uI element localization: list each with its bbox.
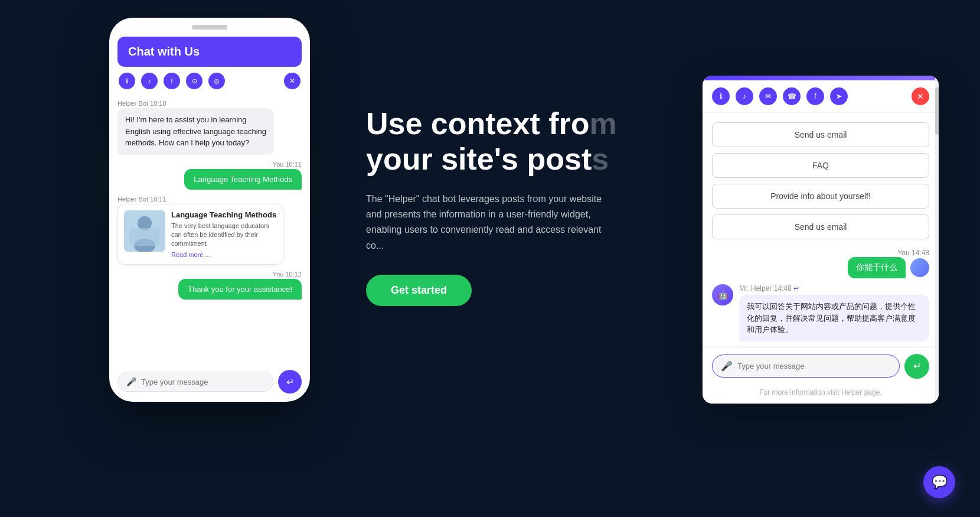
facebook-icon: f [171, 77, 172, 84]
send-icon: ↵ [286, 376, 294, 388]
phone-icon-map[interactable]: ◎ [208, 73, 225, 89]
main-description: The "Helper" chat bot leverages posts fr… [366, 191, 614, 254]
widget-input-area: 🎤 ↵ [703, 347, 939, 385]
widget-user-group: You 14:48 你能干什么 [848, 249, 929, 278]
bot-message-2-group: Helper Bot 10:11 Language Teaching Metho… [117, 196, 302, 265]
phone-input-wrap: 🎤 [117, 372, 273, 392]
widget-facebook-icon: f [814, 92, 816, 100]
chat-card-title: Language Teaching Methods [171, 210, 277, 219]
widget-input-wrap: 🎤 [712, 355, 900, 378]
phone-close-btn[interactable]: ✕ [284, 73, 300, 89]
heading-line-1: Use context from [366, 106, 673, 142]
scrollbar-thumb[interactable] [935, 87, 939, 135]
user-message-1-group: You 10:11 Language Teaching Methods [184, 161, 302, 190]
get-started-button[interactable]: Get started [366, 275, 472, 306]
bot-label-2: Helper Bot 10:11 [117, 196, 302, 203]
widget-icon-facebook[interactable]: f [806, 87, 824, 105]
user-bubble-1: Language Teaching Methods [184, 169, 302, 190]
widget-menu-info[interactable]: Provide info about yourself! [712, 184, 929, 209]
widget-top-bar [703, 76, 939, 80]
widget-menu-faq[interactable]: FAQ [712, 153, 929, 178]
widget-user-bubble: 你能干什么 [848, 257, 906, 278]
widget-icon-email[interactable]: ✉ [759, 87, 777, 105]
widget-menu-area: Send us email FAQ Provide info about you… [703, 113, 939, 249]
widget-message-input[interactable] [737, 362, 891, 370]
floating-chat-fab[interactable]: 💬 [923, 466, 955, 498]
phone-chat-area: Helper Bot 10:10 Hi! I'm here to assist … [109, 95, 310, 364]
widget-icon-info[interactable]: ℹ [712, 87, 730, 105]
user-label-1: You 10:11 [184, 161, 302, 168]
widget-phone-icon: ☎ [788, 92, 796, 100]
widget-info-icon: ℹ [720, 92, 723, 100]
widget-telegram-icon: ➤ [836, 92, 842, 100]
widget-email-icon: ✉ [765, 92, 771, 100]
widget-mic-input-icon: 🎤 [721, 360, 733, 372]
scrollbar-track [935, 76, 939, 404]
phone-chat-title: Chat with Us [128, 45, 200, 58]
info-icon: ℹ [126, 77, 128, 85]
phone-send-button[interactable]: ↵ [278, 370, 302, 394]
svg-rect-3 [130, 228, 159, 246]
phone-mic-input-icon: 🎤 [126, 377, 136, 386]
phone-message-input[interactable] [141, 378, 264, 386]
widget-chat-section: You 14:48 你能干什么 🤖 Mr. Helper 14:48 ↩ 我可以… [703, 249, 939, 347]
close-icon: ✕ [289, 77, 295, 85]
widget-icon-telegram[interactable]: ➤ [830, 87, 848, 105]
bot-bubble-1: Hi! I'm here to assist you in learning E… [117, 108, 274, 155]
user-bubble-2: Thank you for your assistance! [178, 279, 302, 300]
heading-line-2: your site's posts [366, 142, 673, 177]
phone-icons-row: ℹ ♪ f ⊙ ◎ ✕ [109, 67, 310, 95]
widget-you-label: You 14:48 [848, 249, 929, 257]
phone-notch [192, 25, 227, 30]
camera-icon: ⊙ [192, 77, 197, 85]
widget-footer-text: For more information visit Helper page. [703, 385, 939, 404]
phone-mockup: Chat with Us ℹ ♪ f ⊙ ◎ ✕ Helper Bot 10:1… [109, 18, 310, 402]
chat-card-read-more[interactable]: Read more ... [171, 251, 277, 258]
widget-bot-label: Mr. Helper 14:48 ↩ [739, 284, 929, 292]
widget-send-icon: ↵ [913, 360, 921, 372]
widget-icon-mic[interactable]: ♪ [736, 87, 753, 105]
widget-icon-phone[interactable]: ☎ [783, 87, 801, 105]
phone-icon-mic[interactable]: ♪ [141, 73, 158, 89]
widget-bot-avatar: 🤖 [712, 284, 733, 305]
widget-close-btn[interactable]: ✕ [912, 87, 929, 105]
center-content: Use context from your site's posts The "… [366, 106, 673, 306]
widget-mic-icon: ♪ [743, 92, 746, 100]
widget-user-avatar [910, 258, 929, 277]
bot-message-1-group: Helper Bot 10:10 Hi! I'm here to assist … [117, 100, 302, 155]
user-message-2-group: You 10:12 Thank you for your assistance! [178, 271, 302, 300]
main-heading: Use context from your site's posts [366, 106, 673, 177]
phone-icon-camera[interactable]: ⊙ [186, 73, 202, 89]
phone-chat-header: Chat with Us [117, 37, 302, 67]
widget-close-icon: ✕ [917, 92, 924, 101]
map-icon: ◎ [214, 77, 220, 85]
chat-card-image [124, 210, 165, 252]
chat-card-content: Language Teaching Methods The very best … [171, 210, 277, 258]
fab-chat-icon: 💬 [932, 474, 948, 490]
widget-bot-group: 🤖 Mr. Helper 14:48 ↩ 我可以回答关于网站内容或产品的问题，提… [712, 284, 929, 342]
widget-menu-email-1[interactable]: Send us email [712, 122, 929, 147]
user-label-2: You 10:12 [178, 271, 302, 278]
chat-card: Language Teaching Methods The very best … [117, 204, 283, 265]
chat-card-text: The very best language educators can oft… [171, 222, 277, 249]
widget-icons-row: ℹ ♪ ✉ ☎ f ➤ ✕ [703, 80, 939, 113]
widget-menu-email-2[interactable]: Send us email [712, 214, 929, 239]
phone-input-area: 🎤 ↵ [109, 364, 310, 402]
bot-label-1: Helper Bot 10:10 [117, 100, 302, 107]
phone-icon-info[interactable]: ℹ [119, 73, 135, 89]
widget-bot-bubble: 我可以回答关于网站内容或产品的问题，提供个性化的回复，并解决常见问题，帮助提高客… [739, 295, 929, 342]
widget-send-button[interactable]: ↵ [904, 354, 929, 379]
phone-icon-facebook[interactable]: f [164, 73, 180, 89]
right-chat-widget: ℹ ♪ ✉ ☎ f ➤ ✕ Send us email FAQ Provide … [703, 76, 939, 404]
mic-icon: ♪ [148, 77, 151, 84]
